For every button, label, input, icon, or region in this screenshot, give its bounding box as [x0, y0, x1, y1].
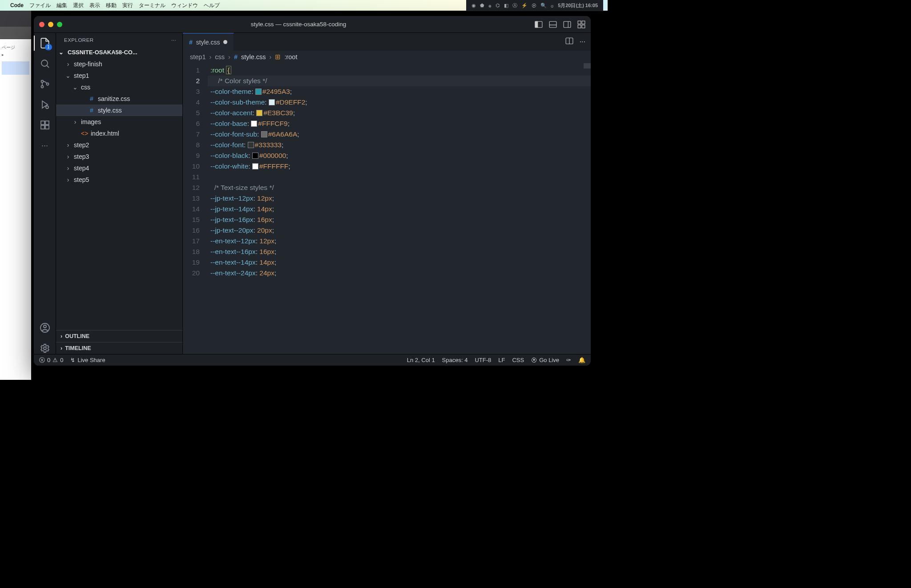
breadcrumb-file[interactable]: style.css	[241, 53, 266, 60]
folder-row[interactable]: ›step5	[56, 174, 182, 185]
editor-group: # style.css ··· step1 › css › # style.cs…	[183, 33, 591, 354]
mac-menu-bar: Code ファイル 編集 選択 表示 移動 実行 ターミナル ウィンドウ ヘルプ…	[0, 0, 608, 11]
split-editor-icon[interactable]	[565, 37, 573, 47]
editor-more-icon[interactable]: ···	[580, 38, 585, 46]
source-control-icon[interactable]	[39, 78, 51, 90]
mac-menu-item[interactable]: ターミナル	[139, 2, 165, 9]
settings-gear-icon[interactable]	[39, 342, 51, 354]
mac-menu-item[interactable]: ヘルプ	[204, 2, 220, 9]
status-feedback-icon[interactable]: ✑	[566, 357, 571, 363]
broadcast-icon: ⦿	[531, 357, 537, 363]
status-bell-icon[interactable]: 🔔	[578, 357, 585, 363]
mac-menu-item[interactable]: 選択	[73, 2, 84, 9]
svg-rect-8	[578, 25, 581, 28]
toggle-panel-icon[interactable]	[549, 20, 557, 28]
status-errors[interactable]: ⓧ 0 ⚠ 0	[39, 356, 63, 364]
control-center-icon[interactable]: ⌾	[551, 3, 554, 8]
breadcrumb-item[interactable]: css	[215, 53, 225, 60]
chevron-icon: ›	[65, 60, 71, 68]
status-icon[interactable]: Ⓐ	[512, 2, 517, 9]
breadcrumbs[interactable]: step1 › css › # style.css › ⊞ :root	[183, 51, 591, 63]
tree-item-label: step3	[74, 153, 89, 160]
run-debug-icon[interactable]	[39, 99, 51, 110]
status-icon[interactable]: ◉	[472, 3, 476, 8]
toggle-secondary-sidebar-icon[interactable]	[563, 20, 571, 28]
minimap[interactable]	[584, 63, 591, 68]
status-golive[interactable]: ⦿ Go Live	[531, 357, 559, 363]
chevron-icon: ›	[65, 153, 71, 160]
mac-menu-item[interactable]: ファイル	[29, 2, 51, 9]
css-file-icon: #	[88, 107, 95, 114]
svg-rect-6	[578, 21, 581, 24]
customize-layout-icon[interactable]	[577, 20, 585, 28]
status-liveshare[interactable]: ↯ Live Share	[70, 357, 105, 363]
tree-item-label: css	[81, 84, 90, 91]
breadcrumb-symbol[interactable]: :root	[284, 53, 297, 60]
tree-item-label: step-finish	[74, 60, 102, 68]
mac-menu-item[interactable]: 移動	[106, 2, 117, 9]
title-bar-actions	[535, 20, 585, 28]
status-language[interactable]: CSS	[512, 357, 524, 363]
outline-section[interactable]: › OUTLINE	[56, 330, 182, 342]
status-icon[interactable]: ⌬	[496, 3, 500, 8]
file-row[interactable]: <>index.html	[56, 128, 182, 139]
chevron-down-icon: ⌄	[59, 49, 65, 56]
status-cursor-position[interactable]: Ln 2, Col 1	[407, 357, 435, 363]
search-icon[interactable]: 🔍	[540, 3, 547, 8]
file-tree[interactable]: ⌄ CSSNITE-OSAKA58-CO... ›step-finish⌄ste…	[56, 46, 182, 330]
mac-clock[interactable]: 5月20日(土) 16:05	[558, 2, 598, 9]
search-icon[interactable]	[39, 58, 51, 69]
explorer-icon[interactable]: 1	[39, 37, 51, 49]
editor-tabs: # style.css ···	[183, 33, 591, 51]
folder-row[interactable]: ›images	[56, 116, 182, 128]
mac-menu-item[interactable]: 表示	[89, 2, 100, 9]
vscode-window: style.css — cssnite-osaka58-coding 1	[34, 16, 591, 366]
status-icon[interactable]: ◧	[504, 3, 508, 8]
chevron-icon: ›	[65, 176, 71, 183]
minimize-window-button[interactable]	[48, 22, 53, 27]
line-numbers: 1234567891011121314151617181920	[183, 63, 206, 354]
html-file-icon: <>	[81, 130, 88, 137]
code-content[interactable]: :root { /* Color styles */--color-theme:…	[206, 63, 591, 354]
project-header[interactable]: ⌄ CSSNITE-OSAKA58-CO...	[56, 46, 182, 58]
tab-dirty-indicator-icon	[223, 40, 227, 44]
mac-menu-item[interactable]: 編集	[56, 2, 67, 9]
folder-row[interactable]: ›step3	[56, 151, 182, 162]
status-encoding[interactable]: UTF-8	[475, 357, 491, 363]
warning-icon: ⚠	[52, 357, 58, 363]
file-row[interactable]: #style.css	[56, 105, 182, 116]
timeline-section[interactable]: › TIMELINE	[56, 342, 182, 354]
mac-app-name[interactable]: Code	[10, 2, 24, 8]
status-icon[interactable]: ⎈	[488, 3, 492, 8]
extensions-icon[interactable]	[39, 119, 51, 131]
close-window-button[interactable]	[39, 22, 44, 27]
status-icon[interactable]: ⦿	[532, 3, 536, 8]
error-icon: ⓧ	[39, 356, 45, 364]
mac-menu-item[interactable]: 実行	[122, 2, 133, 9]
breadcrumb-item[interactable]: step1	[190, 53, 206, 60]
chevron-icon: ⌄	[65, 72, 71, 79]
folder-row[interactable]: ⌄css	[56, 81, 182, 93]
file-row[interactable]: #sanitize.css	[56, 93, 182, 105]
chevron-right-icon: ›	[60, 333, 62, 339]
activity-overflow-icon[interactable]: ···	[39, 140, 51, 151]
tree-item-label: style.css	[98, 107, 122, 114]
css-file-icon: #	[189, 39, 193, 46]
status-indentation[interactable]: Spaces: 4	[442, 357, 468, 363]
folder-row[interactable]: ›step2	[56, 139, 182, 151]
accounts-icon[interactable]	[39, 322, 51, 334]
toggle-primary-sidebar-icon[interactable]	[535, 20, 543, 28]
tab-style-css[interactable]: # style.css	[183, 33, 234, 51]
folder-row[interactable]: ›step4	[56, 162, 182, 174]
status-icon[interactable]: ⚡	[521, 3, 528, 8]
sidebar-more-icon[interactable]: ···	[171, 37, 176, 43]
status-eol[interactable]: LF	[498, 357, 505, 363]
mac-menu-item[interactable]: ウィンドウ	[171, 2, 198, 9]
code-editor[interactable]: 1234567891011121314151617181920 :root { …	[183, 63, 591, 354]
maximize-window-button[interactable]	[57, 22, 62, 27]
window-controls	[39, 22, 62, 27]
folder-row[interactable]: ⌄step1	[56, 70, 182, 81]
status-icon[interactable]: ⬟	[480, 3, 484, 8]
folder-row[interactable]: ›step-finish	[56, 58, 182, 70]
error-count: 0	[47, 357, 50, 363]
